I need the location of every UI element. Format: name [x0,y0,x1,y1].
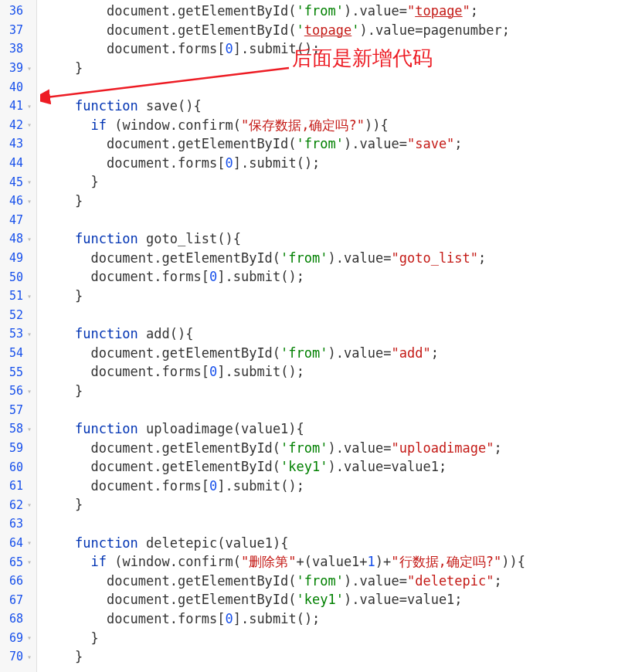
fold-toggle-icon[interactable]: ▾ [25,387,33,395]
line-number: 42 [9,118,23,132]
gutter-line[interactable]: 55 [0,362,36,382]
gutter-line[interactable]: 41▾ [0,97,36,116]
gutter-line[interactable]: 42▾ [0,116,36,135]
gutter-line[interactable]: 36 [0,2,36,21]
code-line[interactable]: document.getElementById('key1').value=va… [43,590,618,609]
fold-toggle-icon[interactable]: ▾ [25,197,33,205]
code-line[interactable]: document.forms[0].submit(); [43,609,618,629]
gutter-line[interactable]: 37 [0,21,36,40]
code-line[interactable]: document.forms[0].submit(); [43,362,618,382]
fold-toggle-icon[interactable]: ▾ [25,235,33,243]
fold-toggle-icon[interactable]: ▾ [25,538,33,547]
gutter-line[interactable]: 44 [0,154,36,173]
code-line[interactable]: document.getElementById('from').value="u… [43,439,618,458]
gutter-line[interactable]: 49 [0,249,36,268]
line-number: 40 [9,80,23,94]
code-line[interactable]: document.getElementById('from').value="d… [43,572,618,591]
fold-toggle-icon[interactable]: ▾ [25,102,33,110]
code-area[interactable]: document.getElementById('from').value="t… [37,0,618,672]
fold-toggle-icon[interactable]: ▾ [25,425,33,433]
fold-toggle-icon[interactable]: ▾ [25,501,33,509]
code-line[interactable]: document.getElementById('from').value="t… [43,2,618,21]
line-number-gutter[interactable]: 36373839▾4041▾42▾434445▾46▾4748▾495051▾5… [0,0,37,672]
code-line[interactable]: function deletepic(value1){ [43,534,618,553]
gutter-line[interactable]: 67 [0,590,36,609]
code-line[interactable]: document.getElementById('topage').value=… [43,21,618,40]
gutter-line[interactable]: 40 [0,77,36,97]
gutter-line[interactable]: 38 [0,39,36,59]
gutter-line[interactable]: 60 [0,457,36,477]
gutter-line[interactable]: 69▾ [0,629,36,648]
fold-toggle-icon[interactable]: ▾ [25,178,33,186]
gutter-line[interactable]: 70▾ [0,647,36,667]
indent [43,592,107,607]
gutter-line[interactable]: 65▾ [0,552,36,572]
gutter-line[interactable]: 39▾ [0,59,36,78]
gutter-line[interactable]: 54 [0,344,36,363]
code-line[interactable]: } [43,629,618,648]
code-line[interactable]: document.forms[0].submit(); [43,477,618,496]
gutter-line[interactable]: 56▾ [0,382,36,401]
code-token: confirm [178,554,233,569]
code-line[interactable]: if (window.confirm("删除第"+(value1+1)+"行数据… [43,552,618,572]
fold-toggle-icon[interactable]: ▾ [25,330,33,338]
code-line[interactable]: function uploadimage(value1){ [43,419,618,439]
gutter-line[interactable]: 48▾ [0,229,36,249]
code-line[interactable] [43,306,618,325]
code-line[interactable]: } [43,172,618,192]
code-line[interactable]: } [43,647,618,667]
code-line[interactable] [43,77,618,97]
code-line[interactable]: } [43,59,618,78]
code-line[interactable]: } [43,495,618,514]
fold-toggle-icon[interactable]: ▾ [25,120,33,129]
gutter-line[interactable]: 51▾ [0,287,36,306]
fold-toggle-icon[interactable]: ▾ [25,558,33,566]
gutter-line[interactable]: 43 [0,134,36,154]
code-line[interactable]: document.getElementById('from').value="a… [43,344,618,363]
code-line[interactable]: } [43,287,618,306]
code-line[interactable]: function goto_list(){ [43,229,618,249]
code-line[interactable]: document.getElementById('key1').value=va… [43,457,618,477]
gutter-line[interactable]: 59 [0,439,36,458]
code-line[interactable]: document.forms[0].submit(); [43,39,618,59]
code-line[interactable] [43,514,618,534]
gutter-line[interactable]: 64▾ [0,534,36,553]
code-token: document [90,440,154,456]
gutter-line[interactable]: 63 [0,514,36,534]
fold-toggle-icon[interactable]: ▾ [25,292,33,300]
code-line[interactable]: } [43,192,618,211]
code-line[interactable]: document.forms[0].submit(); [43,267,618,287]
code-line[interactable]: document.getElementById('from').value="g… [43,249,618,268]
gutter-line[interactable]: 68 [0,609,36,629]
gutter-line[interactable]: 47 [0,211,36,230]
code-line[interactable]: if (window.confirm("保存数据,确定吗?")){ [43,116,618,135]
gutter-line[interactable]: 62▾ [0,495,36,514]
fold-toggle-icon[interactable]: ▾ [25,64,33,73]
code-token: ) [328,345,336,361]
code-token: . [170,592,178,607]
code-line[interactable] [43,211,618,230]
code-line[interactable]: function save(){ [43,97,618,116]
code-editor[interactable]: 36373839▾4041▾42▾434445▾46▾4748▾495051▾5… [0,0,618,672]
code-line[interactable]: } [43,382,618,401]
code-line[interactable]: function add(){ [43,324,618,344]
gutter-line[interactable]: 61 [0,477,36,496]
code-token: ( [233,117,241,133]
indent [43,193,75,209]
gutter-line[interactable]: 57 [0,400,36,419]
gutter-line[interactable]: 53▾ [0,324,36,344]
fold-toggle-icon[interactable]: ▾ [25,653,33,661]
gutter-line[interactable]: 58▾ [0,419,36,439]
code-line[interactable] [43,400,618,419]
gutter-line[interactable]: 52 [0,306,36,325]
code-token: . [170,41,178,56]
code-token: ] [217,478,225,494]
gutter-line[interactable]: 46▾ [0,192,36,211]
gutter-line[interactable]: 45▾ [0,172,36,192]
gutter-line[interactable]: 50 [0,267,36,287]
code-line[interactable]: document.getElementById('from').value="s… [43,134,618,154]
gutter-line[interactable]: 66 [0,572,36,591]
code-token: value [344,345,383,361]
fold-toggle-icon[interactable]: ▾ [25,633,33,642]
code-line[interactable]: document.forms[0].submit(); [43,154,618,173]
